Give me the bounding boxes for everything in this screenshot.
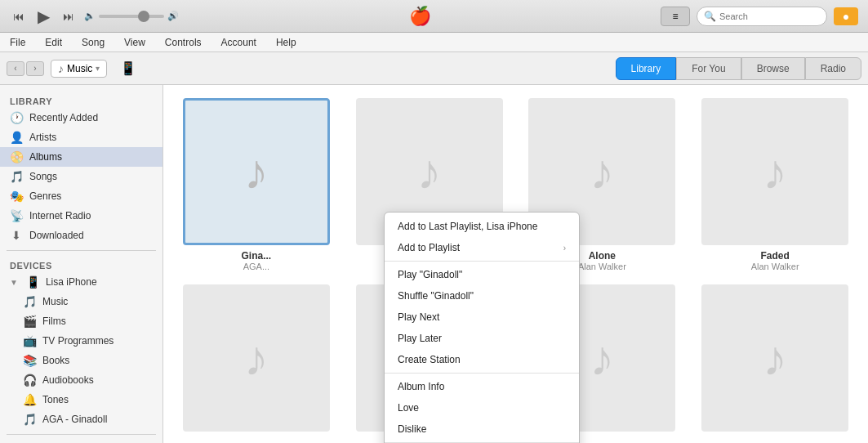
nav-tabs: Library For You Browse Radio [616, 57, 861, 80]
sidebar: Library 🕐 Recently Added 👤 Artists 📀 Alb… [0, 85, 163, 443]
album-card-ginadoll[interactable]: ♪ Gina... AGA... [176, 98, 336, 271]
account-icon: ● [843, 10, 849, 23]
content-area: ♪ Gina... AGA... ♪ ♪ Alone Alan Walker [163, 85, 868, 443]
disclosure-arrow: ▼ [10, 278, 18, 287]
account-button[interactable]: ● [834, 7, 858, 25]
tab-library[interactable]: Library [616, 57, 677, 80]
music-placeholder-icon: ♪ [417, 144, 442, 200]
album-card-r2c4[interactable]: ♪ [695, 284, 855, 436]
nav-arrows: ‹ › [7, 61, 44, 76]
transport-controls: ⏮ ▶ ⏭ 🔈 🔊 [10, 3, 179, 29]
context-menu-love[interactable]: Love [385, 397, 579, 418]
sidebar-item-films[interactable]: 🎬 Films [0, 311, 162, 331]
downloaded-icon: ⬇ [10, 229, 23, 242]
context-menu-shuffle[interactable]: Shuffle "Ginadoll" [385, 285, 579, 307]
music-note-icon: ♪ [58, 62, 64, 75]
tab-radio[interactable]: Radio [805, 57, 861, 80]
search-box[interactable]: 🔍 [697, 7, 827, 26]
sidebar-item-label: Tones [42, 394, 69, 405]
tab-for-you[interactable]: For You [676, 57, 741, 80]
menu-view[interactable]: View [121, 35, 149, 50]
library-section-header: Library [0, 92, 162, 108]
menubar: File Edit Song View Controls Account Hel… [0, 33, 868, 52]
sidebar-divider [7, 250, 156, 251]
sidebar-item-internet-radio[interactable]: 📡 Internet Radio [0, 206, 162, 226]
forward-button[interactable]: › [26, 61, 44, 76]
menu-edit[interactable]: Edit [42, 35, 65, 50]
album-art-r2c1: ♪ [183, 284, 330, 432]
back-button[interactable]: ‹ [7, 61, 24, 76]
rewind-button[interactable]: ⏮ [10, 7, 28, 26]
menu-account[interactable]: Account [218, 35, 260, 50]
sidebar-item-label: Genres [29, 190, 61, 202]
recently-added-icon: 🕐 [10, 111, 23, 124]
sidebar-item-label: Films [42, 315, 66, 327]
menu-file[interactable]: File [7, 35, 29, 50]
sidebar-item-songs[interactable]: 🎵 Songs [0, 167, 162, 186]
context-menu-create-station[interactable]: Create Station [385, 349, 579, 370]
iphone-icon: 📱 [26, 275, 39, 289]
sidebar-item-aga-ginadoll[interactable]: 🎵 AGA - Ginadoll [0, 409, 162, 429]
sidebar-item-books[interactable]: 📚 Books [0, 351, 162, 370]
apple-logo: 🍎 [409, 6, 431, 27]
forward-button[interactable]: ⏭ [60, 7, 78, 26]
music-placeholder-icon: ♪ [763, 144, 787, 200]
breadcrumb-selector[interactable]: ♪ Music ▾ [51, 60, 107, 78]
context-menu-divider-2 [385, 373, 579, 374]
album-art-ginadoll: ♪ [183, 98, 330, 245]
sidebar-item-audiobooks[interactable]: 🎧 Audiobooks [0, 370, 162, 390]
album-title: Faded [760, 250, 789, 262]
sidebar-item-albums[interactable]: 📀 Albums [0, 147, 162, 167]
menu-help[interactable]: Help [273, 35, 300, 50]
sidebar-item-label: Audiobooks [42, 374, 94, 386]
menu-song[interactable]: Song [78, 35, 108, 50]
sidebar-item-music[interactable]: 🎵 Music [0, 292, 162, 311]
main-layout: Library 🕐 Recently Added 👤 Artists 📀 Alb… [0, 85, 868, 443]
album-art-r2c4: ♪ [701, 284, 848, 432]
sidebar-item-recently-added[interactable]: 🕐 Recently Added [0, 108, 162, 128]
music-placeholder-icon: ♪ [590, 330, 614, 387]
tv-icon: 📺 [23, 334, 36, 347]
album-art-faded: ♪ [701, 98, 848, 245]
sidebar-item-label: Albums [29, 151, 62, 163]
sidebar-item-tv-programmes[interactable]: 📺 TV Programmes [0, 331, 162, 351]
album-card-r2c1[interactable]: ♪ [176, 284, 336, 436]
aga-icon: 🎵 [23, 413, 36, 426]
sidebar-item-artists[interactable]: 👤 Artists [0, 128, 162, 147]
sidebar-item-downloaded[interactable]: ⬇ Downloaded [0, 226, 162, 245]
books-icon: 📚 [23, 354, 36, 367]
albums-icon: 📀 [10, 150, 23, 163]
sidebar-item-lisa-iphone[interactable]: ▼ 📱 Lisa iPhone [0, 272, 162, 292]
sidebar-item-label: TV Programmes [42, 335, 114, 347]
search-input[interactable] [719, 11, 832, 21]
sidebar-item-tones[interactable]: 🔔 Tones [0, 390, 162, 409]
titlebar-right: ≡ 🔍 ● [661, 7, 858, 26]
list-view-button[interactable]: ≡ [661, 7, 690, 26]
album-artist: AGA... [243, 262, 269, 271]
context-menu-play-later[interactable]: Play Later [385, 328, 579, 349]
context-menu-play-next[interactable]: Play Next [385, 307, 579, 328]
sidebar-item-label: Recently Added [29, 112, 98, 123]
context-menu-dislike[interactable]: Dislike [385, 418, 579, 440]
music-playlists-footer[interactable]: Music Playlists ▾ [0, 440, 162, 443]
music-icon: 🎵 [23, 295, 36, 308]
context-menu-album-info[interactable]: Album Info [385, 376, 579, 397]
album-card-faded[interactable]: ♪ Faded Alan Walker [695, 98, 855, 271]
music-placeholder-icon: ♪ [244, 330, 269, 387]
context-menu-add-to-playlist[interactable]: Add to Playlist › [385, 237, 579, 258]
sidebar-item-label: Lisa iPhone [46, 276, 97, 288]
menu-controls[interactable]: Controls [162, 35, 205, 50]
tab-browse[interactable]: Browse [741, 57, 805, 80]
films-icon: 🎬 [23, 315, 36, 328]
sidebar-item-genres[interactable]: 🎭 Genres [0, 186, 162, 206]
artists-icon: 👤 [10, 131, 23, 144]
volume-slider[interactable]: 🔈 🔊 [84, 11, 179, 21]
genres-icon: 🎭 [10, 190, 23, 203]
album-title: Alone [589, 250, 616, 262]
play-button[interactable]: ▶ [34, 3, 53, 29]
navbar: ‹ › ♪ Music ▾ 📱 Library For You Browse R… [0, 52, 868, 85]
device-button[interactable]: 📱 [120, 60, 136, 76]
search-icon: 🔍 [704, 11, 716, 22]
context-menu-add-to-last-playlist[interactable]: Add to Last Playlist, Lisa iPhone [385, 216, 579, 237]
context-menu-play[interactable]: Play "Ginadoll" [385, 264, 579, 285]
